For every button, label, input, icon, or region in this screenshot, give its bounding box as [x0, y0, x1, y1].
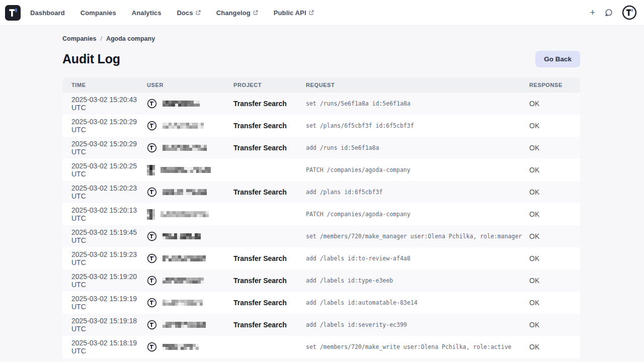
nav-item-label: Analytics — [132, 9, 162, 17]
audit-log-row: 2025-03-02 15:20:13 UTCPATCH /companies/… — [62, 203, 580, 225]
audit-log-row: 2025-03-02 15:20:29 UTC Transfer Searcha… — [62, 137, 580, 159]
row-time: 2025-03-02 15:18:19 UTC — [62, 339, 147, 355]
row-project: Transfer Search — [233, 299, 306, 307]
t-logo-avatar-icon — [147, 298, 157, 308]
row-request: set /runs/5e6f1a8a id:5e6f1a8a — [306, 100, 529, 107]
row-request: set /members/720/make_write user:Olena P… — [306, 343, 529, 350]
t-logo-avatar-icon — [147, 253, 157, 263]
row-time: 2025-03-02 15:19:23 UTC — [62, 250, 147, 266]
audit-log-row: 2025-03-02 15:20:29 UTC Transfer Searchs… — [62, 115, 580, 137]
row-response-status: OK — [529, 144, 571, 152]
external-link-icon — [309, 9, 314, 17]
nav-item-label: Dashboard — [30, 9, 65, 17]
redacted-user-name — [163, 278, 204, 284]
breadcrumb-current[interactable]: Agoda company — [106, 35, 155, 42]
nav-item-label: Changelog — [216, 9, 251, 17]
external-link-icon — [253, 9, 258, 17]
row-response-status: OK — [529, 232, 571, 240]
row-response-status: OK — [529, 122, 571, 130]
page-title: Audit Log — [62, 52, 120, 66]
row-time: 2025-03-02 15:20:13 UTC — [62, 206, 147, 222]
row-user — [147, 298, 233, 308]
row-project: Transfer Search — [233, 144, 306, 152]
row-user — [147, 121, 233, 131]
go-back-button[interactable]: Go Back — [535, 51, 580, 67]
row-time: 2025-03-02 15:19:19 UTC — [62, 295, 147, 311]
table-header-row: TIME USER PROJECT REQUEST RESPONSE — [62, 77, 580, 93]
external-link-icon — [196, 9, 201, 17]
partial-next-row — [62, 358, 580, 362]
row-user — [147, 276, 233, 286]
t-logo-avatar-icon — [147, 320, 157, 330]
row-time: 2025-03-02 15:19:45 UTC — [62, 228, 147, 244]
row-response-status: OK — [529, 299, 571, 307]
row-response-status: OK — [529, 277, 571, 285]
row-request: add /labels id:to-review-af4a8 — [306, 255, 529, 262]
add-button[interactable]: + — [590, 8, 595, 17]
row-request: PATCH /companies/agoda-company — [306, 211, 529, 218]
row-user — [147, 99, 233, 109]
audit-log-row: 2025-03-02 15:18:19 UTC set /members/720… — [62, 336, 580, 358]
t-logo-avatar-icon — [147, 121, 157, 131]
audit-log-row: 2025-03-02 15:19:20 UTC Transfer Searcha… — [62, 269, 580, 292]
row-time: 2025-03-02 15:20:29 UTC — [62, 140, 147, 156]
row-project: Transfer Search — [233, 254, 306, 262]
redacted-user-name — [163, 322, 206, 328]
row-request: add /labels id:automatable-83e14 — [306, 299, 529, 306]
nav-item-changelog[interactable]: Changelog — [216, 9, 258, 17]
row-response-status: OK — [529, 188, 571, 196]
support-headset-icon[interactable] — [604, 8, 613, 18]
t-logo-avatar-icon — [147, 342, 157, 352]
row-request: add /runs id:5e6f1a8a — [306, 144, 529, 151]
row-request: set /plans/6f5cbf3f id:6f5cbf3f — [306, 122, 529, 129]
nav-item-companies[interactable]: Companies — [80, 9, 116, 17]
audit-log-row: 2025-03-02 15:19:19 UTC Transfer Searcha… — [62, 292, 580, 314]
top-nav: DashboardCompaniesAnalyticsDocs Changelo… — [0, 0, 644, 26]
row-request: set /members/720/make_manager user:Olena… — [306, 233, 529, 240]
audit-log-row: 2025-03-02 15:19:45 UTC set /members/720… — [62, 225, 580, 247]
row-user — [147, 165, 233, 175]
audit-log-row: 2025-03-02 15:19:23 UTC Transfer Searcha… — [62, 247, 580, 269]
breadcrumb: Companies / Agoda company — [62, 35, 580, 42]
row-time: 2025-03-02 15:19:18 UTC — [62, 317, 147, 333]
t-logo-avatar-icon — [147, 143, 157, 153]
row-time: 2025-03-02 15:20:29 UTC — [62, 118, 147, 134]
redacted-user-name — [163, 300, 203, 306]
t-logo-avatar-icon — [147, 187, 157, 197]
audit-log-row: 2025-03-02 15:20:43 UTC Transfer Searchs… — [62, 93, 580, 115]
column-header-time: TIME — [62, 82, 147, 88]
nav-item-dashboard[interactable]: Dashboard — [30, 9, 65, 17]
app-logo-icon[interactable] — [5, 5, 21, 21]
nav-item-analytics[interactable]: Analytics — [132, 9, 162, 17]
row-request: add /labels id:severity-ec399 — [306, 321, 529, 328]
row-user — [147, 231, 233, 241]
pixelated-avatar-icon — [147, 209, 155, 220]
nav-item-label: Docs — [177, 9, 193, 17]
row-project: Transfer Search — [233, 122, 306, 130]
redacted-user-name — [163, 233, 201, 239]
nav-items: DashboardCompaniesAnalyticsDocs Changelo… — [30, 9, 314, 17]
audit-log-table: TIME USER PROJECT REQUEST RESPONSE 2025-… — [62, 77, 580, 362]
row-user — [147, 342, 233, 352]
redacted-user-name — [163, 101, 200, 107]
nav-item-public-api[interactable]: Public API — [274, 9, 314, 17]
row-project: Transfer Search — [233, 188, 306, 196]
redacted-user-name — [163, 189, 207, 195]
row-request: add /labels id:type-e3eeb — [306, 277, 529, 284]
row-project: Transfer Search — [233, 321, 306, 329]
nav-item-docs[interactable]: Docs — [177, 9, 201, 17]
row-project: Transfer Search — [233, 277, 306, 285]
redacted-user-name — [163, 145, 207, 151]
row-time: 2025-03-02 15:20:43 UTC — [62, 96, 147, 112]
t-logo-avatar-icon — [147, 276, 157, 286]
row-response-status: OK — [529, 343, 571, 351]
row-time: 2025-03-02 15:20:23 UTC — [62, 184, 147, 200]
user-avatar[interactable] — [622, 5, 637, 20]
nav-item-label: Public API — [274, 9, 306, 17]
redacted-user-name — [163, 255, 206, 261]
row-project: Transfer Search — [233, 100, 306, 108]
row-time: 2025-03-02 15:20:25 UTC — [62, 162, 147, 178]
column-header-user: USER — [147, 82, 233, 88]
column-header-project: PROJECT — [233, 82, 306, 88]
breadcrumb-companies-link[interactable]: Companies — [62, 35, 96, 42]
